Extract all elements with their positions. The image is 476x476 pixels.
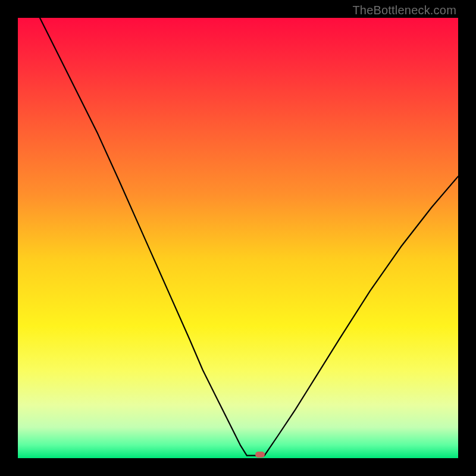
curve-path (40, 18, 458, 456)
curve-svg (18, 18, 458, 458)
minimum-marker (255, 452, 265, 458)
plot-area (18, 18, 458, 458)
chart-frame: TheBottleneck.com (0, 0, 476, 476)
watermark-text: TheBottleneck.com (352, 4, 456, 17)
